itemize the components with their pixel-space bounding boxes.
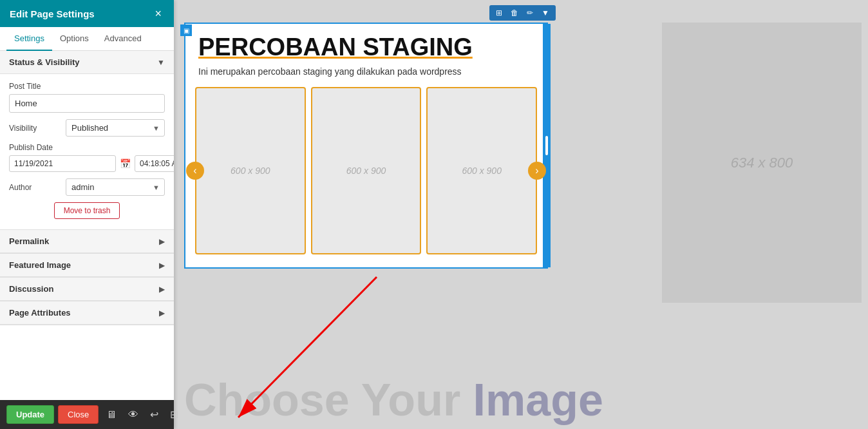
author-label: Author xyxy=(9,183,61,192)
sidebar-close-button[interactable]: × xyxy=(152,8,164,19)
tab-options[interactable]: Options xyxy=(52,27,97,51)
slider-card-2-label: 600 x 900 xyxy=(346,166,386,176)
slider-card-2: 600 x 900 xyxy=(311,87,422,254)
publish-date-label: Publish Date xyxy=(9,143,165,152)
author-select-wrapper: admin ▼ xyxy=(66,178,165,196)
visibility-select[interactable]: Published Draft Private xyxy=(66,119,165,137)
publish-date-inputs: 📅 🕐 xyxy=(9,155,165,172)
featured-image-section: Featured Image ▶ xyxy=(0,254,174,278)
page-title: PERCOBAAN STAGING xyxy=(198,33,534,61)
main-canvas: ⊞ 🗑 ✏ ▼ ▣ PERCOBAAN STAGING Ini merupaka… xyxy=(174,0,868,429)
post-title-input[interactable] xyxy=(9,94,165,113)
content-area: PERCOBAAN STAGING Ini merupakan percobaa… xyxy=(184,23,548,269)
slider-area: ‹ 600 x 900 600 x 900 600 x 900 › xyxy=(195,87,537,254)
post-title-label: Post Title xyxy=(9,82,165,91)
sidebar-footer: Update Close 🖥 👁 ↩ ⊞ xyxy=(0,400,174,429)
publish-date-input[interactable] xyxy=(9,155,116,172)
page-attributes-section: Page Attributes ▶ xyxy=(0,301,174,325)
bottom-text-part1: Choose Your xyxy=(184,375,473,425)
undo-icon-button[interactable]: ↩ xyxy=(146,406,162,423)
monitor-icon-button[interactable]: 🖥 xyxy=(102,406,120,423)
block-toolbar-edit-icon[interactable]: ✏ xyxy=(524,7,536,19)
right-image-placeholder: 634 x 800 xyxy=(662,23,862,303)
featured-image-chevron: ▶ xyxy=(159,261,165,270)
permalink-chevron: ▶ xyxy=(159,237,165,246)
discussion-header[interactable]: Discussion ▶ xyxy=(0,278,174,301)
handle-square-icon: ▣ xyxy=(184,27,189,34)
discussion-section: Discussion ▶ xyxy=(0,278,174,301)
sidebar-content: Status & Visibility ▼ Post Title Visibil… xyxy=(0,51,174,400)
slider-next-button[interactable]: › xyxy=(528,162,546,180)
publish-date-row: Publish Date 📅 🕐 xyxy=(9,143,165,172)
slider-card-1-label: 600 x 900 xyxy=(231,166,270,176)
bottom-text-area: Choose Your Image xyxy=(184,374,849,426)
visibility-select-wrapper: Published Draft Private ▼ xyxy=(66,119,165,137)
visibility-row: Visibility Published Draft Private ▼ xyxy=(9,119,165,137)
eye-icon-button[interactable]: 👁 xyxy=(124,406,142,423)
close-button[interactable]: Close xyxy=(58,405,99,424)
block-toolbar-delete-icon[interactable]: 🗑 xyxy=(507,7,522,19)
sidebar-header: Edit Page Settings × xyxy=(0,0,174,27)
slider-card-1: 600 x 900 xyxy=(195,87,306,254)
status-visibility-header[interactable]: Status & Visibility ▼ xyxy=(0,51,174,74)
block-toolbar-dropdown-icon[interactable]: ▼ xyxy=(538,7,552,19)
discussion-chevron: ▶ xyxy=(159,285,165,294)
page-attributes-title: Page Attributes xyxy=(9,308,71,318)
resize-handle[interactable] xyxy=(543,24,551,267)
calendar-icon: 📅 xyxy=(120,158,131,169)
trash-container: Move to trash xyxy=(9,202,165,219)
tab-settings[interactable]: Settings xyxy=(6,27,52,51)
discussion-title: Discussion xyxy=(9,284,53,294)
resize-handle-bar xyxy=(545,136,548,155)
move-to-trash-button[interactable]: Move to trash xyxy=(54,202,120,219)
sidebar-title: Edit Page Settings xyxy=(10,8,95,19)
sidebar: Edit Page Settings × Settings Options Ad… xyxy=(0,0,174,429)
network-icon-button[interactable]: ⊞ xyxy=(166,406,182,423)
tab-advanced[interactable]: Advanced xyxy=(97,27,149,51)
featured-image-title: Featured Image xyxy=(9,260,71,270)
author-select[interactable]: admin xyxy=(66,178,165,196)
permalink-header[interactable]: Permalink ▶ xyxy=(0,230,174,253)
sidebar-tabs: Settings Options Advanced xyxy=(0,27,174,51)
page-attributes-header[interactable]: Page Attributes ▶ xyxy=(0,301,174,325)
page-subtitle: Ini merupakan percobaan staging yang dil… xyxy=(198,66,534,77)
page-attributes-chevron: ▶ xyxy=(159,309,165,318)
author-row: Author admin ▼ xyxy=(9,178,165,196)
visibility-label: Visibility xyxy=(9,124,61,133)
bottom-text-part2: Image xyxy=(473,375,603,425)
status-visibility-body: Post Title Visibility Published Draft Pr… xyxy=(0,74,174,230)
slider-card-3-label: 600 x 900 xyxy=(462,166,502,176)
slider-card-3: 600 x 900 xyxy=(426,87,537,254)
status-visibility-title: Status & Visibility xyxy=(9,57,80,67)
update-button[interactable]: Update xyxy=(6,405,54,424)
slider-prev-button[interactable]: ‹ xyxy=(186,162,204,180)
bottom-big-text: Choose Your Image xyxy=(184,374,849,426)
status-visibility-chevron: ▼ xyxy=(157,58,165,67)
permalink-title: Permalink xyxy=(9,236,49,246)
block-toolbar-grid-icon[interactable]: ⊞ xyxy=(493,7,505,19)
right-image-label: 634 x 800 xyxy=(731,155,793,171)
permalink-section: Permalink ▶ xyxy=(0,230,174,254)
block-toolbar: ⊞ 🗑 ✏ ▼ xyxy=(489,5,556,21)
publish-time-input[interactable] xyxy=(135,155,174,172)
block-handle[interactable]: ▣ xyxy=(180,24,192,36)
featured-image-header[interactable]: Featured Image ▶ xyxy=(0,254,174,277)
